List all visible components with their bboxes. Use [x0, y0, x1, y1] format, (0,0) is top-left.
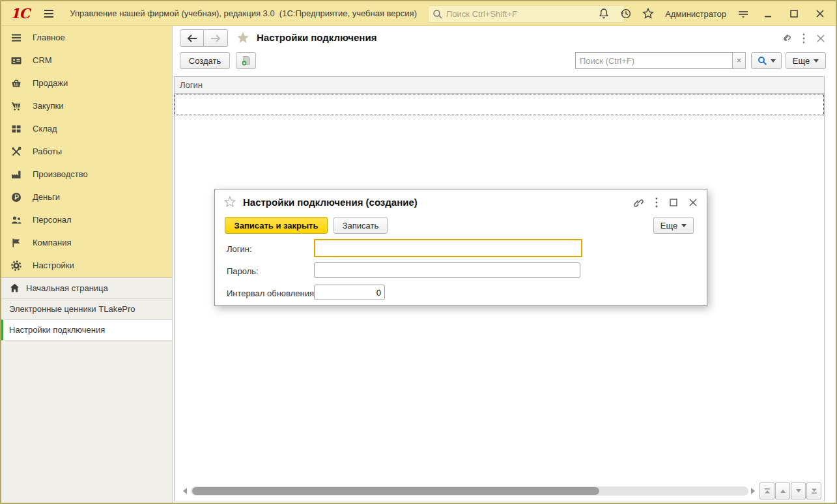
service-menu-icon[interactable] [737, 7, 750, 20]
tab-connection-settings[interactable]: Настройки подключения [1, 320, 172, 341]
advanced-search-button[interactable] [751, 52, 782, 69]
favorite-star-icon[interactable] [236, 31, 250, 45]
ruble-coin-icon [10, 191, 22, 203]
notifications-bell-icon[interactable] [597, 7, 610, 20]
sidebar-item-label: Настройки [33, 260, 74, 270]
close-window-icon[interactable] [815, 8, 825, 19]
global-search-box[interactable] [428, 5, 625, 23]
table-current-row[interactable] [175, 94, 824, 115]
gear-icon [10, 260, 22, 272]
chevron-down-icon [814, 59, 819, 65]
sidebar-item-settings[interactable]: Настройки [1, 254, 172, 277]
panel-window-icons [780, 33, 825, 44]
scroll-right-arrow[interactable] [751, 488, 758, 494]
maximize-icon[interactable] [789, 8, 799, 19]
get-link-icon[interactable] [632, 197, 644, 208]
sidebar-item-crm[interactable]: CRM [1, 49, 172, 72]
more-label: Еще [660, 221, 677, 231]
close-panel-icon[interactable] [816, 34, 825, 43]
top-bar: 1С Управление нашей фирмой (учебная), ре… [1, 1, 836, 26]
favorite-star-outline-icon[interactable] [223, 195, 236, 208]
basket-icon [10, 77, 22, 89]
save-and-close-button[interactable]: Записать и закрыть [225, 217, 328, 234]
login-input[interactable] [314, 239, 582, 257]
flag-icon [10, 237, 22, 249]
sidebar-item-warehouse[interactable]: Склад [1, 117, 172, 140]
cart-icon [10, 100, 22, 112]
app-title: Управление нашей фирмой (учебная), редак… [70, 8, 417, 18]
create-button[interactable]: Создать [180, 52, 230, 69]
current-user[interactable]: Администратор [664, 9, 728, 19]
horizontal-scrollbar [175, 481, 824, 501]
sidebar-item-label: Закупки [33, 101, 63, 111]
password-field-label: Пароль: [227, 262, 259, 279]
factory-icon [10, 169, 22, 180]
sidebar-item-label: Главное [33, 33, 65, 42]
maximize-dialog-icon[interactable] [669, 198, 678, 207]
back-button[interactable] [180, 29, 204, 47]
list-more-button[interactable]: Еще [786, 52, 826, 69]
home-icon [9, 283, 20, 294]
tab-home-page[interactable]: Начальная страница [1, 278, 172, 299]
sidebar-item-label: Работы [33, 147, 62, 156]
go-first-row-button[interactable] [759, 483, 774, 499]
search-icon [433, 9, 443, 20]
section-sidebar: Главное CRM Продажи Закупки Склад Работы… [1, 26, 172, 277]
menu-lines-icon [10, 32, 22, 44]
tab-label: Настройки подключения [9, 325, 105, 335]
login-field-label: Логин: [227, 240, 252, 257]
scrollbar-thumb[interactable] [192, 487, 599, 495]
sidebar-item-label: Склад [33, 124, 57, 133]
more-dots-icon[interactable] [655, 197, 659, 208]
clear-search-button[interactable]: × [732, 52, 746, 69]
favorites-star-icon[interactable] [642, 7, 655, 20]
app-window: { "topbar": { "logo": "1С", "title": "Уп… [0, 0, 837, 504]
sidebar-item-sales[interactable]: Продажи [1, 72, 172, 94]
update-interval-input[interactable] [314, 285, 385, 300]
sidebar-item-label: Компания [33, 238, 72, 247]
tab-label: Электронные ценники TLakePro [9, 304, 135, 314]
minimize-icon[interactable] [763, 8, 773, 19]
sidebar-item-purchases[interactable]: Закупки [1, 94, 172, 117]
tab-price-tags[interactable]: Электронные ценники TLakePro [1, 299, 172, 320]
scroll-left-arrow[interactable] [180, 488, 187, 494]
chevron-down-icon [681, 224, 687, 230]
sidebar-item-label: Персонал [33, 215, 72, 225]
list-panel-title: Настройки подключения [257, 32, 376, 43]
go-last-row-button[interactable] [806, 483, 821, 499]
copy-item-button[interactable] [236, 52, 256, 69]
close-dialog-icon[interactable] [688, 198, 698, 207]
go-previous-row-button[interactable] [775, 483, 790, 499]
row-navigation-buttons [759, 483, 821, 499]
more-dots-icon[interactable] [802, 33, 806, 44]
sidebar-item-label: Производство [33, 169, 88, 179]
sidebar-item-main[interactable]: Главное [1, 26, 172, 49]
save-button[interactable]: Записать [333, 217, 388, 234]
sidebar-item-company[interactable]: Компания [1, 231, 172, 254]
contact-card-icon [10, 55, 22, 66]
history-icon[interactable] [619, 7, 632, 20]
dialog-more-button[interactable]: Еще [653, 217, 694, 234]
sidebar-item-personnel[interactable]: Персонал [1, 208, 172, 231]
list-search-input[interactable] [580, 56, 723, 66]
sidebar-item-money[interactable]: Деньги [1, 186, 172, 208]
sidebar-item-production[interactable]: Производство [1, 163, 172, 186]
dialog-header: Настройки подключения (создание) [215, 189, 707, 214]
connection-settings-create-dialog: Настройки подключения (создание) Записат… [214, 189, 707, 306]
password-input[interactable] [314, 262, 580, 278]
topbar-right-controls: Администратор [597, 1, 829, 26]
interval-field-label: Интервал обновления: [227, 285, 317, 301]
main-menu-icon[interactable] [42, 7, 55, 20]
grid-boxes-icon [10, 123, 22, 135]
get-link-icon[interactable] [780, 33, 791, 44]
scrollbar-track[interactable] [191, 486, 748, 496]
dialog-window-icons [632, 197, 698, 208]
more-label: Еще [793, 56, 810, 66]
go-next-row-button[interactable] [791, 483, 806, 499]
list-search-box[interactable] [575, 52, 733, 69]
table-header-row[interactable]: Логин [175, 76, 824, 94]
sidebar-item-works[interactable]: Работы [1, 140, 172, 163]
forward-button[interactable] [204, 29, 228, 47]
global-search-input[interactable] [446, 9, 609, 19]
tools-icon [10, 146, 22, 158]
